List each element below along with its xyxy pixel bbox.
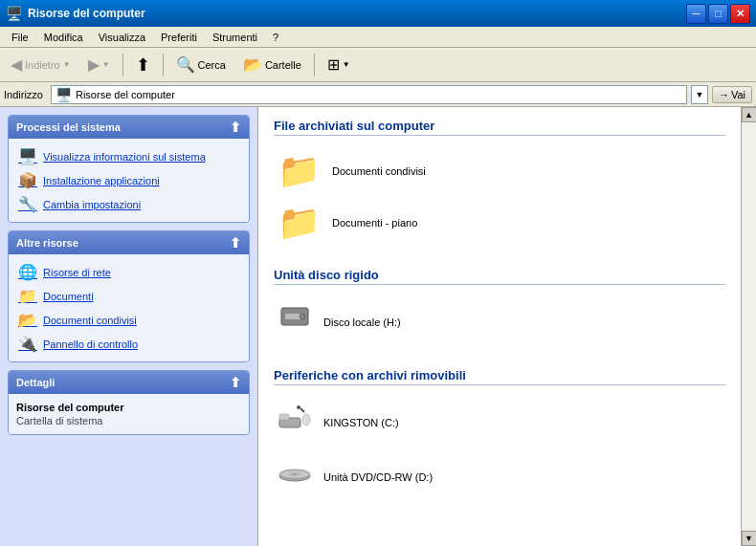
address-value: Risorse del computer (76, 89, 175, 100)
menu-strumenti[interactable]: Strumenti (205, 30, 265, 45)
section-1: Unità disco rigido Disco locale (H:) (274, 268, 725, 349)
altre-label-1: Documenti (43, 291, 94, 302)
toolbar-separator-1 (122, 54, 123, 76)
file-item-0-0[interactable]: 📁 Documenti condivisi (274, 145, 725, 197)
title-bar: 🖥️ Risorse del computer ─ □ ✕ (0, 0, 756, 27)
menu-bar: File Modifica Visualizza Preferiti Strum… (0, 27, 756, 48)
forward-button[interactable]: ▶ ▼ (81, 52, 117, 77)
up-icon: ⬆ (136, 55, 150, 76)
views-dropdown-icon: ▼ (343, 60, 350, 69)
search-button[interactable]: 🔍 Cerca (169, 52, 233, 77)
altre-label-0: Risorse di rete (43, 267, 111, 278)
menu-visualizza[interactable]: Visualizza (91, 30, 153, 45)
file-item-0-1[interactable]: 📁 Documenti - piano (274, 197, 725, 249)
altre-icon-2: 📂 (18, 311, 37, 329)
file-item-2-0[interactable]: KINGSTON (C:) (274, 395, 725, 449)
processi-body: 🖥️ Visualizza informazioni sul sistema 📦… (9, 139, 249, 222)
address-label: Indirizzo (4, 89, 47, 100)
processi-icon-0: 🖥️ (18, 147, 37, 165)
toolbar-separator-2 (163, 54, 164, 76)
altre-body: 🌐 Risorse di rete 📁 Documenti 📂 Document… (9, 254, 249, 361)
title-bar-icon: 🖥️ (6, 6, 22, 21)
back-dropdown-icon: ▼ (63, 60, 71, 69)
processi-collapse-icon[interactable]: ⬆ (230, 120, 241, 135)
altre-icon-0: 🌐 (18, 263, 37, 281)
altre-item-3[interactable]: 🔌 Pannello di controllo (16, 332, 241, 356)
altre-item-1[interactable]: 📁 Documenti (16, 284, 241, 308)
dettagli-subtitle: Cartella di sistema (16, 415, 241, 426)
address-folder-icon: 🖥️ (56, 87, 72, 102)
back-button[interactable]: ◀ Indietro ▼ (4, 52, 78, 77)
right-panel: File archiviati sul computer 📁 Documenti… (258, 107, 741, 546)
maximize-button[interactable]: □ (708, 4, 728, 24)
altre-item-2[interactable]: 📂 Documenti condivisi (16, 308, 241, 332)
altre-header: Altre risorse ⬆ (9, 231, 249, 254)
processi-label-0: Visualizza informazioni sul sistema (43, 151, 206, 163)
folders-icon: 📂 (243, 55, 262, 74)
back-label: Indietro (25, 59, 60, 71)
svg-rect-5 (279, 414, 289, 420)
address-input[interactable]: 🖥️ Risorse del computer (51, 85, 687, 104)
file-label-2-0: KINGSTON (C:) (323, 417, 399, 428)
search-icon: 🔍 (176, 55, 195, 74)
views-button[interactable]: ⊞ ▼ (321, 52, 357, 77)
forward-arrow-icon: ▶ (88, 55, 100, 74)
menu-preferiti[interactable]: Preferiti (153, 30, 205, 45)
folders-button[interactable]: 📂 Cartelle (236, 52, 308, 77)
dettagli-collapse-icon[interactable]: ⬆ (230, 375, 241, 390)
title-bar-title: Risorse del computer (28, 7, 686, 20)
processi-item-1[interactable]: 📦 Installazione applicazioni (16, 168, 241, 192)
close-button[interactable]: ✕ (730, 4, 750, 24)
altre-label-2: Documenti condivisi (43, 315, 137, 326)
folders-label: Cartelle (265, 59, 301, 71)
svg-point-6 (302, 414, 310, 426)
go-button[interactable]: → Vai (712, 86, 752, 103)
section-0: File archiviati sul computer 📁 Documenti… (274, 119, 725, 249)
left-panel: Processi del sistema ⬆ 🖥️ Visualizza inf… (0, 107, 258, 546)
processi-header: Processi del sistema ⬆ (9, 116, 249, 139)
file-icon-0-0: 📁 (278, 151, 321, 191)
views-icon: ⊞ (327, 55, 340, 74)
svg-line-7 (300, 408, 304, 412)
processi-icon-1: 📦 (18, 171, 37, 189)
altre-header-label: Altre risorse (16, 237, 78, 249)
file-icon-1-0 (278, 300, 312, 343)
file-item-1-0[interactable]: Disco locale (H:) (274, 295, 725, 349)
altre-item-0[interactable]: 🌐 Risorse di rete (16, 260, 241, 284)
dettagli-title: Risorse del computer (16, 402, 241, 413)
section-1-heading: Unità disco rigido (274, 268, 725, 285)
search-label: Cerca (198, 59, 226, 71)
toolbar-separator-3 (314, 54, 315, 76)
altre-collapse-icon[interactable]: ⬆ (230, 235, 241, 251)
processi-icon-2: 🔧 (18, 195, 37, 213)
toolbar: ◀ Indietro ▼ ▶ ▼ ⬆ 🔍 Cerca 📂 Cartelle ⊞ … (0, 48, 756, 82)
address-dropdown[interactable]: ▼ (691, 85, 708, 104)
menu-help[interactable]: ? (265, 30, 286, 45)
svg-point-12 (293, 473, 297, 475)
minimize-button[interactable]: ─ (686, 4, 706, 24)
title-bar-buttons: ─ □ ✕ (686, 4, 750, 24)
scroll-up-button[interactable]: ▲ (742, 107, 757, 122)
altre-icon-3: 🔌 (18, 335, 37, 353)
menu-file[interactable]: File (4, 30, 36, 45)
forward-dropdown-icon: ▼ (102, 60, 110, 69)
dettagli-header: Dettagli ⬆ (9, 371, 249, 394)
dettagli-body: Risorse del computer Cartella di sistema (9, 394, 249, 434)
processi-item-2[interactable]: 🔧 Cambia impostazioni (16, 192, 241, 216)
scrollbar[interactable]: ▲ ▼ (741, 107, 756, 546)
go-label: Vai (731, 89, 745, 100)
main-area: Processi del sistema ⬆ 🖥️ Visualizza inf… (0, 107, 756, 546)
menu-modifica[interactable]: Modifica (36, 30, 91, 45)
scroll-down-button[interactable]: ▼ (742, 531, 757, 546)
altre-label-3: Pannello di controllo (43, 339, 138, 350)
file-item-2-1[interactable]: Unità DVD/CD-RW (D:) (274, 449, 725, 504)
processi-item-0[interactable]: 🖥️ Visualizza informazioni sul sistema (16, 144, 241, 168)
go-arrow-icon: → (719, 89, 729, 100)
processi-panel: Processi del sistema ⬆ 🖥️ Visualizza inf… (8, 115, 250, 223)
file-icon-2-0 (278, 401, 312, 444)
up-button[interactable]: ⬆ (129, 51, 157, 79)
file-label-1-0: Disco locale (H:) (323, 317, 401, 328)
svg-point-3 (301, 316, 303, 317)
section-2: Periferiche con archivi rimovibili KINGS… (274, 368, 725, 504)
dettagli-panel: Dettagli ⬆ Risorse del computer Cartella… (8, 370, 250, 435)
